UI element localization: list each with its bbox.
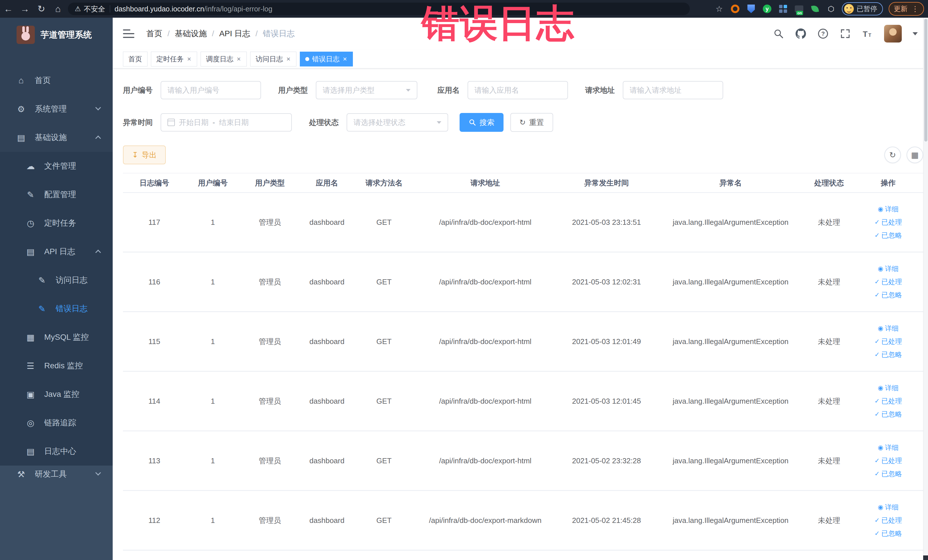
extension-grid-icon[interactable]	[778, 4, 788, 14]
detail-link[interactable]: ◉详细	[878, 204, 899, 214]
sidebar-item-gear[interactable]: ⚙系统管理	[0, 95, 113, 123]
close-icon[interactable]: ×	[186, 55, 192, 63]
reset-button[interactable]: ↻ 重置	[510, 113, 553, 132]
user-id-input[interactable]	[160, 81, 261, 99]
tab-调度日志[interactable]: 调度日志×	[200, 52, 247, 67]
user-type-select[interactable]: 请选择用户类型	[316, 81, 417, 99]
search-icon[interactable]	[773, 28, 784, 40]
update-label: 更新	[894, 4, 907, 14]
tab-首页[interactable]: 首页	[123, 52, 148, 67]
close-icon[interactable]: ×	[342, 55, 348, 63]
browser-update-button[interactable]: 更新 ⋮	[888, 2, 924, 16]
sidebar-item-java-monitor[interactable]: ▣Java 监控	[0, 380, 113, 409]
error-log-table: 日志编号用户编号用户类型应用名请求方法名请求地址异常发生时间异常名处理状态操作 …	[123, 173, 923, 551]
detail-link[interactable]: ◉详细	[878, 324, 899, 333]
app-name-input[interactable]	[467, 81, 568, 99]
date-end-placeholder: 结束日期	[219, 117, 249, 128]
processed-link[interactable]: ✓已处理	[875, 516, 902, 525]
processed-link[interactable]: ✓已处理	[875, 337, 902, 346]
ignored-link[interactable]: ✓已忽略	[875, 290, 902, 299]
sidebar-item-redis-monitor[interactable]: ☰Redis 监控	[0, 351, 113, 380]
detail-link[interactable]: ◉详细	[878, 443, 899, 452]
breadcrumb-item[interactable]: API 日志	[219, 28, 250, 39]
export-button[interactable]: ↧ 导出	[123, 145, 166, 164]
user-avatar[interactable]	[884, 25, 902, 43]
ignored-link[interactable]: ✓已忽略	[875, 410, 902, 419]
sidebar-item-file-manage[interactable]: ☁文件管理	[0, 152, 113, 180]
file-manage-icon: ☁	[24, 161, 37, 171]
reload-icon[interactable]: ↻	[33, 3, 50, 14]
search-button[interactable]: 搜索	[459, 113, 504, 132]
help-icon[interactable]: ?	[817, 28, 829, 40]
cell-url: /api/infra/db-doc/export-markdown	[414, 516, 557, 525]
sidebar-item-label: 访问日志	[56, 275, 88, 285]
extension-onoff-icon[interactable]	[794, 4, 804, 14]
cell-time: 2021-05-02 21:45:28	[557, 516, 656, 525]
detail-link[interactable]: ◉详细	[878, 264, 899, 273]
tab-错误日志[interactable]: 错误日志×	[300, 52, 353, 67]
menu-kebab-icon[interactable]: ⋮	[911, 5, 919, 14]
cell-actions: ◉详细✓已处理✓已忽略	[853, 383, 923, 419]
cell-app: dashboard	[300, 278, 354, 287]
page-scrollbar[interactable]	[923, 18, 928, 560]
font-size-icon[interactable]: TT	[862, 28, 873, 40]
extensions-puzzle-icon[interactable]: ⬡	[826, 4, 836, 14]
sidebar-item-trace[interactable]: ◎链路追踪	[0, 409, 113, 437]
avatar-dropdown-caret-icon[interactable]	[913, 32, 918, 35]
request-url-input[interactable]	[623, 81, 723, 99]
refresh-table-button[interactable]: ↻	[884, 146, 901, 163]
app-header: 首页/基础设施/API 日志/错误日志 ? TT	[113, 18, 928, 50]
fullscreen-icon[interactable]	[839, 28, 851, 40]
eye-icon: ◉	[878, 504, 883, 511]
bookmark-star-icon[interactable]: ☆	[714, 4, 724, 14]
ignored-link[interactable]: ✓已忽略	[875, 350, 902, 359]
address-bar[interactable]: ⚠ 不安全 dashboard.yudao.iocoder.cn/infra/l…	[68, 3, 690, 15]
extension-leaf-icon[interactable]	[810, 4, 820, 14]
breadcrumb-item[interactable]: 基础设施	[175, 28, 207, 39]
github-icon[interactable]	[795, 28, 806, 40]
forward-icon[interactable]: →	[17, 4, 33, 14]
back-icon[interactable]: ←	[0, 4, 17, 14]
gear-icon: ⚙	[15, 104, 27, 114]
extension-green-icon[interactable]: y	[762, 4, 772, 14]
sidebar-item-error-log[interactable]: ✎错误日志	[0, 294, 113, 323]
sidebar-item-label: 配置管理	[44, 189, 76, 200]
processed-link[interactable]: ✓已处理	[875, 218, 902, 227]
scrollbar-thumb[interactable]	[924, 19, 927, 142]
close-icon[interactable]: ×	[286, 55, 291, 63]
sidebar-item-infrastructure[interactable]: ▤基础设施	[0, 123, 113, 152]
cell-status: 未处理	[805, 396, 853, 406]
processed-link[interactable]: ✓已处理	[875, 456, 902, 465]
browser-home-icon[interactable]: ⌂	[50, 4, 66, 14]
processed-link[interactable]: ✓已处理	[875, 397, 902, 406]
process-status-select[interactable]: 请选择处理状态	[346, 113, 448, 131]
column-settings-button[interactable]: ▦	[907, 146, 923, 163]
exception-time-range-picker[interactable]: 开始日期 - 结束日期	[160, 113, 292, 131]
ignored-link[interactable]: ✓已忽略	[875, 231, 902, 240]
tab-访问日志[interactable]: 访问日志×	[250, 52, 296, 67]
breadcrumb-item[interactable]: 首页	[147, 28, 162, 39]
svg-text:?: ?	[821, 30, 825, 37]
sidebar-item-log-center[interactable]: ▤日志中心	[0, 437, 113, 465]
ignored-link[interactable]: ✓已忽略	[875, 529, 902, 538]
extension-orange-icon[interactable]	[730, 4, 740, 14]
sidebar-item-scheduled-task[interactable]: ◷定时任务	[0, 209, 113, 237]
devtools-icon: ⚒	[15, 469, 27, 479]
tab-定时任务[interactable]: 定时任务×	[151, 52, 197, 67]
sidebar-item-api-log[interactable]: ▤API 日志	[0, 237, 113, 266]
action-label: 已忽略	[882, 410, 902, 419]
user-type-placeholder: 请选择用户类型	[323, 85, 375, 95]
detail-link[interactable]: ◉详细	[878, 383, 899, 392]
detail-link[interactable]: ◉详细	[878, 503, 899, 512]
sidebar-item-home[interactable]: ⌂首页	[0, 66, 113, 95]
ignored-link[interactable]: ✓已忽略	[875, 469, 902, 478]
sidebar-item-mysql-monitor[interactable]: ▦MySQL 监控	[0, 323, 113, 351]
processed-link[interactable]: ✓已处理	[875, 277, 902, 287]
sidebar-item-access-log[interactable]: ✎访问日志	[0, 266, 113, 294]
close-icon[interactable]: ×	[236, 55, 241, 63]
check-icon: ✓	[875, 530, 879, 537]
hamburger-icon[interactable]	[123, 29, 134, 38]
extension-shield-icon[interactable]	[746, 4, 756, 14]
sidebar-item-config-manage[interactable]: ✎配置管理	[0, 180, 113, 209]
browser-profile-chip[interactable]: 已暂停	[842, 2, 883, 15]
